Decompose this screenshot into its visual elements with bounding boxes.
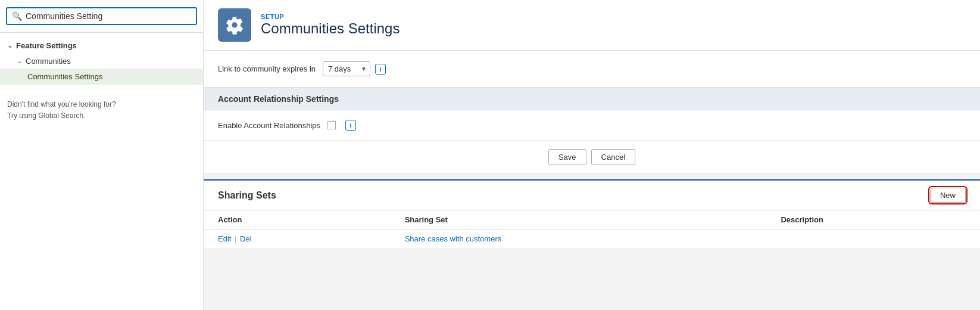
sharing-sets-table: Action Sharing Set Description Edit | De…: [204, 210, 980, 249]
cancel-button[interactable]: Cancel: [591, 149, 635, 165]
col-action: Action: [204, 210, 391, 230]
save-button[interactable]: Save: [548, 149, 586, 165]
search-box: 🔍: [6, 7, 197, 25]
button-row: Save Cancel: [204, 140, 980, 173]
col-sharing-set: Sharing Set: [391, 210, 767, 230]
header-icon: [218, 8, 251, 42]
table-body: Edit | Del Share cases with customers: [204, 230, 980, 249]
description-cell: [766, 230, 980, 249]
link-expires-label: Link to community expires in: [218, 64, 316, 73]
action-cell: Edit | Del: [204, 230, 391, 249]
sharing-set-link[interactable]: Share cases with customers: [405, 234, 502, 243]
del-link[interactable]: Del: [240, 234, 252, 243]
sharing-set-cell: Share cases with customers: [391, 230, 767, 249]
table-header: Action Sharing Set Description: [204, 210, 980, 230]
sidebar-item-communities-settings[interactable]: Communities Settings: [0, 69, 203, 85]
search-container: 🔍: [0, 0, 203, 33]
edit-link[interactable]: Edit: [218, 234, 231, 243]
help-text: Didn't find what you're looking for?Try …: [7, 100, 116, 120]
search-icon: 🔍: [12, 11, 22, 21]
content-area: Link to community expires in 7 days 1 da…: [204, 51, 980, 310]
account-rel-row: Enable Account Relationships i: [204, 110, 980, 140]
table-row: Edit | Del Share cases with customers: [204, 230, 980, 249]
enable-account-rel-checkbox[interactable]: [327, 121, 336, 129]
sidebar-communities[interactable]: ⌄ Communities: [0, 54, 203, 69]
info-button-account[interactable]: i: [345, 120, 356, 131]
chevron-down-icon: ⌄: [17, 57, 22, 65]
page-title: Communities Settings: [261, 20, 400, 37]
info-button[interactable]: i: [375, 64, 386, 75]
expires-select[interactable]: 7 days 1 day 3 days 14 days 30 days: [323, 61, 370, 76]
link-expires-row: Link to community expires in 7 days 1 da…: [204, 51, 980, 88]
feature-settings-label: Feature Settings: [16, 41, 77, 50]
new-button[interactable]: New: [930, 188, 966, 203]
sidebar-nav: ⌄ Feature Settings ⌄ Communities Communi…: [0, 33, 203, 89]
enable-account-rel-label: Enable Account Relationships: [218, 121, 320, 130]
header-text: SETUP Communities Settings: [261, 13, 400, 37]
communities-label: Communities: [26, 57, 71, 66]
account-rel-title: Account Relationship Settings: [218, 94, 339, 104]
gear-icon: [225, 16, 244, 35]
page-header: SETUP Communities Settings: [204, 0, 980, 51]
search-input[interactable]: [26, 11, 191, 21]
expires-select-wrapper: 7 days 1 day 3 days 14 days 30 days ▼: [323, 61, 370, 76]
sidebar-feature-settings[interactable]: ⌄ Feature Settings: [0, 38, 203, 54]
sharing-sets-header: Sharing Sets New: [204, 181, 980, 210]
sharing-sets-section: Sharing Sets New Action Sharing Set Desc…: [204, 179, 980, 249]
account-rel-section-header: Account Relationship Settings: [204, 88, 980, 110]
col-description: Description: [766, 210, 980, 230]
main-content: SETUP Communities Settings Link to commu…: [204, 0, 980, 310]
separator: |: [235, 234, 239, 243]
active-item-label: Communities Settings: [27, 72, 102, 81]
account-rel-section: Account Relationship Settings Enable Acc…: [204, 88, 980, 174]
chevron-down-icon: ⌄: [7, 42, 13, 49]
setup-label: SETUP: [261, 13, 400, 20]
sidebar: 🔍 ⌄ Feature Settings ⌄ Communities Commu…: [0, 0, 204, 310]
sharing-sets-title: Sharing Sets: [218, 190, 930, 201]
sidebar-help: Didn't find what you're looking for?Try …: [0, 89, 203, 131]
